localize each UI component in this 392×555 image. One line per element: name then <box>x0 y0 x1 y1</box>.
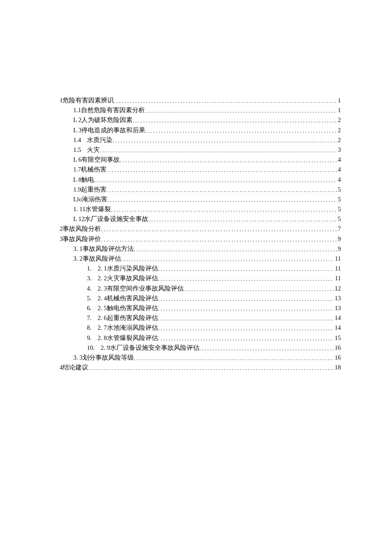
toc-leader-dots <box>199 344 334 353</box>
toc-leader-dots <box>145 127 337 136</box>
toc-entry[interactable]: 1.1自然危险有害因素分析 1 <box>60 105 341 115</box>
toc-page-number: 16 <box>334 343 341 353</box>
toc-entry[interactable]: 8.2. 7水池淹溺风险评估 14 <box>60 323 341 333</box>
toc-entry[interactable]: 1.5火灾3 <box>60 145 341 155</box>
table-of-contents: 1危险有害因素辨识11.1自然危险有害因素分析 1L 2人为破坏危险因素2L 3… <box>60 96 341 372</box>
toc-number: 3. <box>87 273 92 283</box>
toc-number: 1.4 <box>73 135 81 145</box>
toc-page-number: 12 <box>334 284 341 293</box>
toc-page-number: 5 <box>337 185 341 195</box>
toc-entry[interactable]: Llo淹溺伤害5 <box>60 195 341 204</box>
toc-leader-dots <box>145 107 337 116</box>
toc-page-number: 9 <box>337 234 341 244</box>
toc-entry[interactable]: L 2人为破坏危险因素2 <box>60 115 341 125</box>
toc-page-number: 1 <box>337 105 341 115</box>
toc-page-number: 11 <box>334 273 341 283</box>
toc-title: 1.7机械伤害 <box>73 165 107 174</box>
toc-leader-dots <box>88 364 334 372</box>
toc-title: 2. 4机械伤害风险评估 <box>98 293 158 303</box>
toc-leader-dots <box>107 186 337 195</box>
toc-title: 2. 8水管爆裂风险评估 <box>98 333 158 343</box>
toc-entry[interactable]: 2事故风险分析7 <box>60 224 341 234</box>
toc-number: 1.5 <box>73 145 81 155</box>
toc-page-number: 5 <box>337 204 341 214</box>
toc-leader-dots <box>134 354 334 363</box>
toc-entry[interactable]: 4结论建议18 <box>60 363 341 372</box>
toc-entry[interactable]: L 6有限空间事故4 <box>60 155 341 165</box>
toc-title: L 3停电造成的事故和后果 <box>73 125 145 135</box>
toc-entry[interactable]: L 8触电4 <box>60 175 341 185</box>
toc-leader-dots <box>158 334 334 343</box>
toc-leader-dots <box>107 166 337 175</box>
toc-page-number: 14 <box>334 313 341 323</box>
toc-leader-dots <box>120 156 337 165</box>
toc-leader-dots <box>158 314 334 323</box>
toc-title: 2. 9水厂设备设施安全事故风险评估 <box>101 343 199 353</box>
toc-leader-dots <box>121 255 334 264</box>
toc-leader-dots <box>101 235 337 244</box>
toc-entry[interactable]: 6.2. 5触电伤害风险评估 13 <box>60 303 341 313</box>
toc-entry[interactable]: 9.2. 8水管爆裂风险评估 15 <box>60 333 341 343</box>
toc-page-number: 16 <box>334 353 341 363</box>
toc-leader-dots <box>158 295 334 304</box>
toc-entry[interactable]: 3.2. 2火灾事故风险评估 11 <box>60 273 341 283</box>
toc-page-number: 2 <box>337 135 341 145</box>
toc-title: 3. 3划分事故风险等级 <box>73 353 134 363</box>
toc-entry[interactable]: 3. 3划分事故风险等级 16 <box>60 353 341 363</box>
toc-entry[interactable]: L 12水厂设备设施安全事故5 <box>60 214 341 224</box>
toc-page-number: 7 <box>337 224 341 234</box>
toc-page-number: 4 <box>337 165 341 174</box>
toc-title: 水质污染 <box>87 135 112 145</box>
toc-entry[interactable]: 1.9起重伤害5 <box>60 185 341 195</box>
toc-entry[interactable]: 1.7机械伤害4 <box>60 165 341 174</box>
toc-page-number: 2 <box>337 125 341 135</box>
toc-entry[interactable]: 1.2. 1水质污染风险评估 11 <box>60 264 341 273</box>
toc-title: 3. 2事故风险评估 <box>73 254 121 264</box>
toc-number: 7. <box>87 313 92 323</box>
toc-entry[interactable]: 10.2. 9水厂设备设施安全事故风险评估 16 <box>60 343 341 353</box>
toc-number: 1. <box>87 264 92 273</box>
toc-title: 2. 3有限空间作业事故风险评估 <box>98 284 184 293</box>
toc-leader-dots <box>134 245 337 254</box>
toc-number: 5. <box>87 293 92 303</box>
toc-entry[interactable]: 1. 11水管爆裂5 <box>60 204 341 214</box>
toc-title: 3事故风险评价 <box>60 234 101 244</box>
toc-title: L 8触电 <box>73 175 94 185</box>
toc-entry[interactable]: 3事故风险评价9 <box>60 234 341 244</box>
toc-number: 4. <box>87 284 92 293</box>
toc-entry[interactable]: 4.2. 3有限空间作业事故风险评估 12 <box>60 284 341 293</box>
toc-entry[interactable]: 1.4水质污染2 <box>60 135 341 145</box>
toc-title: 2. 7水池淹溺风险评估 <box>98 323 158 333</box>
toc-entry[interactable]: 1危险有害因素辨识1 <box>60 96 341 105</box>
toc-page-number: 11 <box>334 254 341 264</box>
toc-leader-dots <box>158 305 334 314</box>
toc-page-number: 11 <box>334 264 341 273</box>
toc-leader-dots <box>94 176 337 185</box>
toc-page-number: 1 <box>337 96 341 105</box>
toc-entry[interactable]: 7.2. 6起重伤害风险评估 14 <box>60 313 341 323</box>
toc-leader-dots <box>100 146 337 155</box>
toc-page-number: 9 <box>337 244 341 254</box>
toc-page-number: 13 <box>334 293 341 303</box>
toc-number: 9. <box>87 333 92 343</box>
toc-page-number: 18 <box>334 363 341 372</box>
toc-entry[interactable]: 3. 2事故风险评估 11 <box>60 254 341 264</box>
toc-title: 1危险有害因素辨识 <box>60 96 114 105</box>
toc-leader-dots <box>101 225 337 234</box>
toc-entry[interactable]: 3. 1事故风险评估方法 9 <box>60 244 341 254</box>
toc-number: 6. <box>87 303 92 313</box>
toc-page-number: 4 <box>337 175 341 185</box>
toc-page-number: 15 <box>334 333 341 343</box>
toc-entry[interactable]: 5.2. 4机械伤害风险评估 13 <box>60 293 341 303</box>
toc-leader-dots <box>158 275 334 284</box>
toc-leader-dots <box>158 324 334 333</box>
toc-title: 2事故风险分析 <box>60 224 101 234</box>
toc-page-number: 4 <box>337 155 341 165</box>
toc-page-number: 3 <box>337 145 341 155</box>
toc-leader-dots <box>114 97 337 106</box>
toc-title: 4结论建议 <box>60 363 88 372</box>
toc-leader-dots <box>148 215 337 224</box>
toc-title: 3. 1事故风险评估方法 <box>73 244 134 254</box>
toc-page-number: 14 <box>334 323 341 333</box>
toc-entry[interactable]: L 3停电造成的事故和后果2 <box>60 125 341 135</box>
